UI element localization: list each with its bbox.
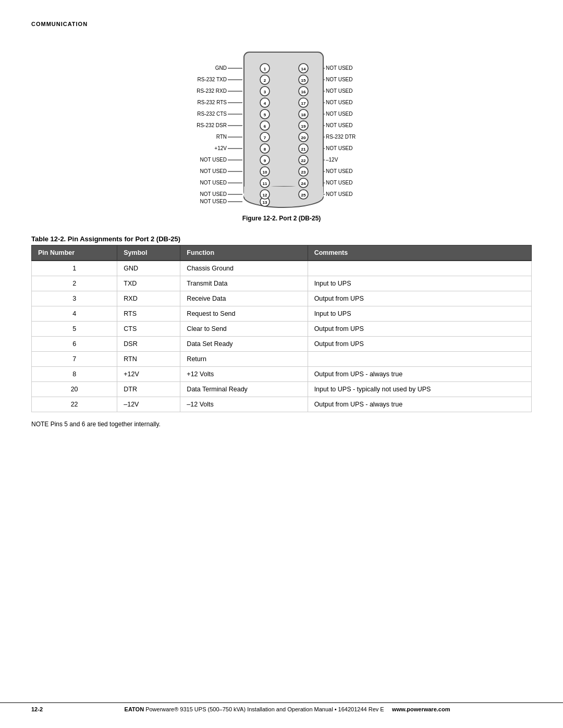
svg-text:GND: GND — [215, 65, 227, 71]
svg-text:8: 8 — [264, 147, 266, 152]
svg-text:NOT USED: NOT USED — [326, 77, 353, 82]
svg-text:22: 22 — [301, 158, 306, 163]
svg-text:11: 11 — [263, 181, 267, 186]
cell-function: Transmit Data — [180, 276, 308, 291]
svg-text:25: 25 — [301, 193, 306, 198]
figure-caption: Figure 12-2. Port 2 (DB-25) — [31, 215, 532, 222]
cell-pin: 4 — [32, 306, 117, 322]
svg-text:–12V: –12V — [326, 157, 338, 163]
connector-diagram: GND RS-232 TXD RS-232 RXD RS-232 RTS RS-… — [31, 43, 532, 209]
cell-pin: 7 — [32, 352, 117, 367]
page-footer: 12-2 EATON Powerware® 9315 UPS (500–750 … — [0, 702, 563, 712]
cell-pin: 6 — [32, 337, 117, 352]
cell-comments — [308, 352, 531, 367]
cell-function: Clear to Send — [180, 322, 308, 337]
cell-comments: Output from UPS - always true — [308, 397, 531, 412]
cell-symbol: DSR — [117, 337, 180, 352]
svg-text:NOT USED: NOT USED — [326, 111, 353, 117]
svg-text:NOT USED: NOT USED — [326, 100, 353, 105]
svg-text:NOT USED: NOT USED — [326, 65, 353, 71]
pin-assignments-table: Pin Number Symbol Function Comments 1 GN… — [31, 245, 532, 412]
cell-pin: 2 — [32, 276, 117, 291]
table-row: 2 TXD Transmit Data Input to UPS — [32, 276, 532, 291]
page-header: COMMUNICATION — [31, 21, 532, 27]
cell-symbol: RTS — [117, 306, 180, 322]
table-row: 6 DSR Data Set Ready Output from UPS — [32, 337, 532, 352]
svg-text:NOT USED: NOT USED — [326, 88, 353, 94]
cell-symbol: –12V — [117, 397, 180, 412]
col-symbol: Symbol — [117, 245, 180, 261]
svg-text:RS-232 RTS: RS-232 RTS — [197, 100, 227, 105]
table-row: 7 RTN Return — [32, 352, 532, 367]
table-title: Table 12-2. Pin Assignments for Port 2 (… — [31, 235, 532, 243]
svg-text:RS-232 CTS: RS-232 CTS — [197, 111, 227, 117]
svg-text:6: 6 — [264, 124, 266, 129]
svg-text:12: 12 — [263, 193, 267, 198]
cell-symbol: GND — [117, 261, 180, 276]
table-row: 8 +12V +12 Volts Output from UPS - alway… — [32, 367, 532, 382]
cell-pin: 1 — [32, 261, 117, 276]
svg-text:RS-232 RXD: RS-232 RXD — [197, 88, 227, 94]
cell-pin: 22 — [32, 397, 117, 412]
cell-function: Receive Data — [180, 291, 308, 306]
cell-symbol: RXD — [117, 291, 180, 306]
svg-text:NOT USED: NOT USED — [200, 168, 227, 174]
cell-function: –12 Volts — [180, 397, 308, 412]
svg-text:NOT USED: NOT USED — [200, 180, 227, 186]
cell-function: Request to Send — [180, 306, 308, 322]
svg-text:NOT USED: NOT USED — [200, 191, 227, 197]
svg-text:21: 21 — [301, 147, 306, 152]
cell-symbol: +12V — [117, 367, 180, 382]
svg-text:18: 18 — [301, 113, 306, 117]
svg-text:23: 23 — [301, 170, 306, 175]
svg-text:NOT USED: NOT USED — [200, 199, 227, 204]
svg-text:2: 2 — [264, 78, 266, 83]
cell-function: +12 Volts — [180, 367, 308, 382]
cell-comments: Output from UPS — [308, 322, 531, 337]
svg-text:NOT USED: NOT USED — [326, 122, 353, 128]
table-row: 1 GND Chassis Ground — [32, 261, 532, 276]
table-row: 5 CTS Clear to Send Output from UPS — [32, 322, 532, 337]
svg-text:4: 4 — [264, 101, 266, 106]
col-pin-number: Pin Number — [32, 245, 117, 261]
footer-page-number: 12-2 — [31, 706, 43, 712]
svg-text:3: 3 — [264, 90, 266, 94]
svg-text:NOT USED: NOT USED — [326, 180, 353, 186]
svg-text:RS-232 DSR: RS-232 DSR — [197, 122, 227, 128]
cell-comments: Input to UPS — [308, 306, 531, 322]
cell-comments: Input to UPS - typically not used by UPS — [308, 382, 531, 397]
connector-svg: GND RS-232 TXD RS-232 RXD RS-232 RTS RS-… — [146, 43, 417, 209]
col-comments: Comments — [308, 245, 531, 261]
table-row: 3 RXD Receive Data Output from UPS — [32, 291, 532, 306]
svg-text:13: 13 — [263, 200, 267, 205]
svg-text:16: 16 — [301, 90, 306, 94]
cell-function: Chassis Ground — [180, 261, 308, 276]
svg-rect-50 — [244, 52, 323, 197]
table-row: 22 –12V –12 Volts Output from UPS - alwa… — [32, 397, 532, 412]
cell-comments: Input to UPS — [308, 276, 531, 291]
svg-text:9: 9 — [264, 158, 266, 163]
svg-text:10: 10 — [263, 170, 267, 175]
svg-text:17: 17 — [301, 101, 306, 106]
svg-text:14: 14 — [301, 67, 306, 71]
note-text: NOTE Pins 5 and 6 are tied together inte… — [31, 421, 532, 428]
table-row: 20 DTR Data Terminal Ready Input to UPS … — [32, 382, 532, 397]
svg-rect-52 — [244, 187, 323, 197]
svg-text:NOT USED: NOT USED — [326, 145, 353, 151]
svg-text:15: 15 — [301, 78, 306, 83]
cell-pin: 8 — [32, 367, 117, 382]
cell-function: Data Set Ready — [180, 337, 308, 352]
svg-text:NOT USED: NOT USED — [326, 191, 353, 197]
svg-text:RS-232 DTR: RS-232 DTR — [326, 134, 356, 140]
svg-text:5: 5 — [264, 113, 266, 117]
cell-pin: 5 — [32, 322, 117, 337]
svg-text:7: 7 — [264, 135, 266, 140]
svg-text:1: 1 — [264, 67, 266, 71]
cell-comments: Output from UPS — [308, 291, 531, 306]
cell-symbol: CTS — [117, 322, 180, 337]
cell-symbol: RTN — [117, 352, 180, 367]
table-row: 4 RTS Request to Send Input to UPS — [32, 306, 532, 322]
cell-comments: Output from UPS — [308, 337, 531, 352]
cell-pin: 20 — [32, 382, 117, 397]
svg-text:RTN: RTN — [216, 134, 227, 140]
